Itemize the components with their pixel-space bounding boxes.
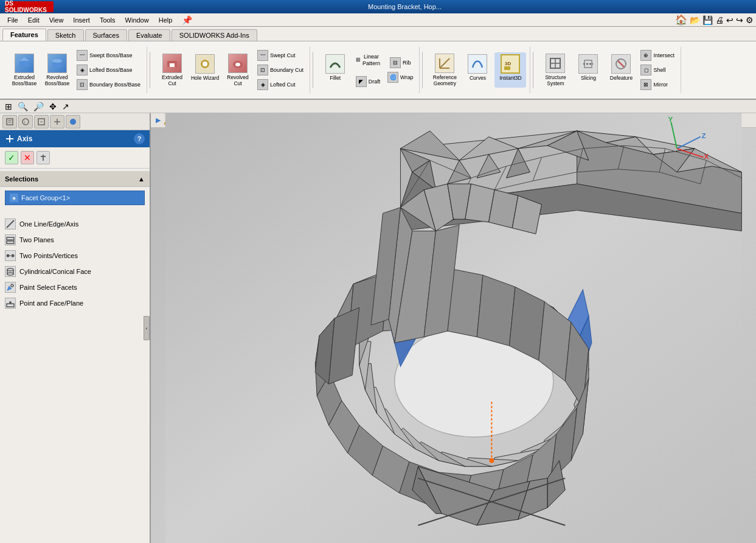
btn-swept-cut[interactable]: 〰 Swept Cut [255,49,306,62]
ribbon-group-misc: Structure System Slicing Defeature [536,47,681,93]
method-two-planes[interactable]: Two Planes [0,232,150,248]
menu-tools[interactable]: Tools [95,15,120,25]
btn-instant3d[interactable]: 3D Instant3D [494,52,526,88]
menu-file[interactable]: File [2,15,23,25]
menu-help[interactable]: Help [154,15,178,25]
pin-icon[interactable]: 📌 [182,15,192,25]
view-select-icon[interactable]: ↗ [60,102,72,111]
btn-extruded-boss[interactable]: Extruded Boss/Base [9,52,40,88]
svg-text:Z: Z [702,131,706,139]
method-cylindrical-face[interactable]: Cylindrical/Conical Face [0,264,150,279]
ribbon-col-cut-small: 〰 Swept Cut ⊡ Boundary Cut ◈ Lofted Cut [255,47,306,93]
viewport[interactable]: ▶ Mounting Bracket, Hoppe... [151,113,756,543]
one-line-icon [5,219,16,229]
view-pan-icon[interactable]: ✥ [47,102,59,111]
facet-group-selection[interactable]: ◈ Facet Group<1> [5,191,145,205]
new-doc-icon[interactable]: 🏠 [675,14,687,26]
btn-mirror[interactable]: ⊠ Mirror [638,78,677,91]
svg-point-40 [12,254,15,257]
panel-btn-dimxpert[interactable] [50,115,64,128]
menu-edit[interactable]: Edit [23,15,44,25]
svg-point-46 [11,284,13,287]
open-icon[interactable]: 📂 [690,15,700,25]
svg-rect-22 [7,119,13,125]
method-paint-select[interactable]: Paint Select Facets [0,279,150,295]
btn-swept-boss[interactable]: 〰 Swept Boss/Base [74,49,143,62]
help-icon[interactable]: ? [134,133,145,144]
btn-defeature[interactable]: Defeature [605,52,637,88]
btn-reference-geometry[interactable]: Reference Geometry [429,52,460,88]
menu-window[interactable]: Window [120,15,154,25]
selections-collapse-icon[interactable]: ▲ [138,175,145,183]
tab-evaluate[interactable]: Evaluate [128,29,170,41]
tab-addins[interactable]: SOLIDWORKS Add-Ins [172,29,257,41]
btn-shell[interactable]: ◻ Shell [638,63,677,77]
btn-lofted-boss[interactable]: ◈ Lofted Boss/Base [74,63,143,77]
method-one-line[interactable]: One Line/Edge/Axis [0,216,150,232]
selections-header: Selections ▲ [0,171,150,187]
axis-panel-header: Axis ? [0,130,150,147]
svg-text:i: i [24,119,26,125]
btn-fillet[interactable]: Fillet [319,52,351,88]
ribbon-col-misc-small: ⊕ Intersect ◻ Shell ⊠ Mirror [638,47,677,93]
tab-sketch[interactable]: Sketch [47,29,84,41]
command-ribbon: Extruded Boss/Base Revolved Boss/Base 〰 … [0,41,756,99]
3d-model-svg: Z Y X [151,113,756,543]
panel-btn-featuremanager[interactable] [2,115,17,128]
panel-toolbar: i [0,113,150,130]
view-rotate-icon[interactable]: 🔍 [15,102,30,111]
command-manager: Features Sketch Surfaces Evaluate SOLIDW… [0,27,756,100]
print-icon[interactable]: 🖨 [715,15,724,25]
method-point-face[interactable]: Point and Face/Plane [0,295,150,311]
svg-rect-0 [19,61,29,67]
svg-rect-47 [7,304,14,307]
settings-icon[interactable]: ⚙ [746,15,754,25]
panel-btn-appearance[interactable] [66,115,80,128]
panel-btn-configurationmanager[interactable] [34,115,49,128]
menu-view[interactable]: View [44,15,69,25]
svg-rect-38 [7,241,14,243]
sep-1 [150,52,150,88]
svg-marker-1 [19,57,29,61]
view-zoom-icon[interactable]: 🔎 [31,102,46,111]
redo-icon[interactable]: ↪ [736,15,743,25]
panel-collapse-handle[interactable]: ‹ [144,316,150,340]
main-area: i Axis ? ✓ ✕ [0,113,756,543]
btn-rib[interactable]: ⊟ Rib [387,56,414,69]
two-planes-icon [5,234,16,245]
cancel-button[interactable]: ✕ [21,151,34,164]
btn-extruded-cut[interactable]: Extruded Cut [156,52,188,88]
svg-point-45 [7,273,13,275]
svg-point-42 [7,268,13,271]
pushpin-button[interactable] [36,151,50,164]
confirm-button[interactable]: ✓ [5,151,18,164]
btn-intersect[interactable]: ⊕ Intersect [638,49,677,62]
btn-structure-system[interactable]: Structure System [539,52,571,88]
menu-bar: File Edit View Insert Tools Window Help … [0,13,756,27]
btn-revolved-boss[interactable]: Revolved Boss/Base [41,52,73,88]
btn-boundary-cut[interactable]: ⊡ Boundary Cut [255,63,306,77]
left-panel: i Axis ? ✓ ✕ [0,113,151,543]
btn-revolved-cut[interactable]: Revolved Cut [222,52,254,88]
btn-boundary-boss[interactable]: ⊡ Boundary Boss/Base [74,78,143,91]
axis-panel: Axis ? ✓ ✕ Selections ▲ ◈ [0,130,150,543]
sep-4 [533,52,533,88]
view-toolbar-strip: ⊞ 🔍 🔎 ✥ ↗ [0,100,756,113]
btn-linear-pattern[interactable]: ⊞ LinearPattern [352,52,384,74]
menu-insert[interactable]: Insert [68,15,95,25]
view-normal-icon[interactable]: ⊞ [2,102,15,111]
tab-surfaces[interactable]: Surfaces [85,29,127,41]
method-two-points[interactable]: Two Points/Vertices [0,248,150,264]
btn-lofted-cut[interactable]: ◈ Lofted Cut [255,78,306,91]
undo-icon[interactable]: ↩ [726,15,733,25]
tab-features[interactable]: Features [2,29,46,41]
btn-hole-wizard[interactable]: Hole Wizard [189,52,221,88]
panel-btn-propertymanager[interactable]: i [18,115,33,128]
btn-draft[interactable]: ◤ Draft [353,75,383,88]
svg-rect-5 [170,63,175,67]
save-icon[interactable]: 💾 [702,15,713,25]
title-bar-text: Mounting Bracket, Hop... [58,3,751,10]
btn-curves[interactable]: Curves [462,52,493,88]
btn-wrap[interactable]: 🌀 Wrap [385,71,415,84]
btn-slicing[interactable]: Slicing [572,52,604,88]
